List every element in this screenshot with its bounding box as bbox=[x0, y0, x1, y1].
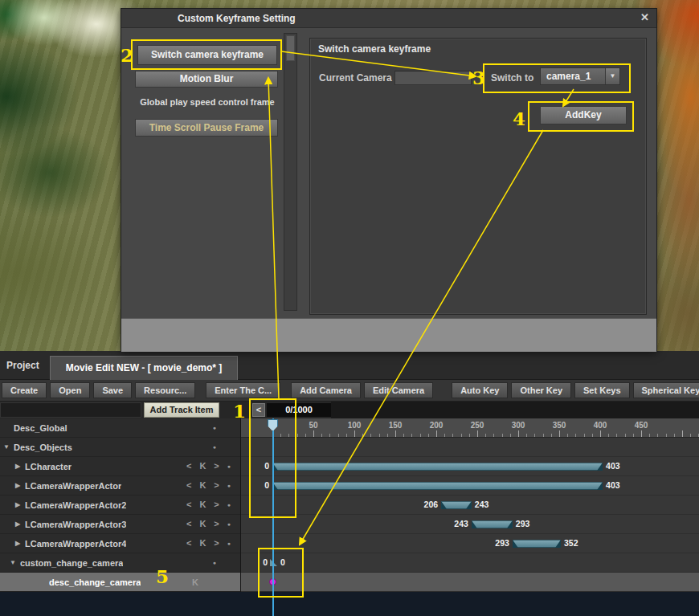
track-row-custom_change_camera[interactable]: ▼custom_change_camera● bbox=[0, 553, 240, 573]
switch-camera-keyframe-button[interactable]: Switch camera keyframe bbox=[137, 45, 277, 65]
ruler-tick bbox=[395, 430, 396, 437]
track-dot: ● bbox=[227, 500, 231, 511]
auto-key-button[interactable]: Auto Key bbox=[452, 382, 508, 398]
track-row-Desc_Global[interactable]: Desc_Global● bbox=[0, 418, 240, 438]
timeline-ruler[interactable]: 50100150200250300350400450 bbox=[241, 418, 699, 438]
track-filter-input[interactable] bbox=[0, 402, 141, 418]
timeline-lane-LCameraWrapperActor4[interactable]: 293352 bbox=[241, 534, 699, 553]
key-button[interactable]: K bbox=[199, 519, 206, 530]
resource-button[interactable]: Resourc... bbox=[135, 382, 195, 398]
current-camera-input[interactable] bbox=[394, 71, 472, 85]
next-key-button[interactable]: > bbox=[214, 480, 219, 492]
tab-movie-edit[interactable]: Movie Edit NEW - [ movie_demo* ] bbox=[50, 356, 238, 380]
tab-project[interactable]: Project bbox=[6, 360, 39, 371]
camera-select-dropdown[interactable]: camera_1 ▼ bbox=[540, 67, 620, 85]
collapse-icon[interactable]: ▼ bbox=[8, 559, 18, 566]
ruler-tick bbox=[575, 434, 576, 437]
next-key-button[interactable]: > bbox=[214, 538, 219, 549]
expand-icon[interactable]: ▶ bbox=[13, 520, 22, 528]
timeline-lane-custom_change_camera[interactable]: 00 bbox=[241, 553, 699, 573]
scrollbar-thumb[interactable] bbox=[286, 35, 295, 61]
timeline-area[interactable]: 50100150200250300350400450 0403040320624… bbox=[241, 418, 699, 592]
ruler-tick bbox=[452, 434, 453, 437]
clip-bar[interactable] bbox=[272, 463, 603, 471]
ruler-tick bbox=[477, 430, 478, 437]
add-camera-button[interactable]: Add Camera bbox=[291, 382, 361, 398]
track-row-LCharacter[interactable]: ▶LCharacter<K>● bbox=[0, 457, 240, 476]
prev-key-button[interactable]: < bbox=[186, 538, 191, 549]
timeline-lane-LCameraWrapperActor3[interactable]: 243293 bbox=[241, 515, 699, 534]
key-button[interactable]: K bbox=[199, 538, 206, 549]
next-key-button[interactable]: > bbox=[214, 500, 219, 511]
track-row-LCameraWrapperActor2[interactable]: ▶LCameraWrapperActor2<K>● bbox=[0, 496, 240, 515]
add-track-item-button[interactable]: Add Track Item bbox=[144, 402, 219, 418]
track-row-desc_change_camera[interactable]: desc_change_cameraK bbox=[0, 573, 240, 592]
expand-icon[interactable]: ▶ bbox=[13, 501, 22, 508]
track-controls: <K>● bbox=[186, 461, 231, 472]
track-controls: K bbox=[192, 577, 198, 587]
addkey-button[interactable]: AddKey bbox=[540, 106, 627, 124]
spherical-key-button[interactable]: Spherical Key Q bbox=[633, 382, 699, 398]
tab-bar: Project Movie Edit NEW - [ movie_demo* ] bbox=[0, 351, 699, 380]
close-icon[interactable]: ✕ bbox=[638, 11, 652, 25]
global-play-speed-label: Global play speed control frame bbox=[125, 97, 290, 107]
clip-bar[interactable] bbox=[441, 501, 472, 509]
track-controls: <K>● bbox=[186, 538, 231, 549]
track-row-LCameraWrapperActor[interactable]: ▶LCameraWrapperActor<K>● bbox=[0, 476, 240, 496]
track-controls: ● bbox=[213, 422, 216, 434]
track-row-Desc_Objects[interactable]: ▼Desc_Objects● bbox=[0, 438, 240, 457]
clip-bar[interactable] bbox=[513, 540, 561, 548]
open-button[interactable]: Open bbox=[50, 382, 90, 398]
clip-bar[interactable] bbox=[272, 482, 603, 490]
ruler-tick bbox=[403, 434, 404, 437]
next-key-button[interactable]: > bbox=[214, 461, 219, 472]
ruler-tick bbox=[338, 434, 339, 437]
timeline-lane-desc_change_camera[interactable] bbox=[241, 573, 699, 592]
track-row-LCameraWrapperActor3[interactable]: ▶LCameraWrapperActor3<K>● bbox=[0, 515, 240, 534]
expand-icon[interactable]: ▶ bbox=[13, 482, 22, 489]
frame-counter[interactable]: 0/1000 bbox=[267, 403, 331, 417]
prev-key-button[interactable]: < bbox=[186, 480, 191, 492]
track-controls: <K>● bbox=[186, 519, 231, 530]
prev-key-button[interactable]: < bbox=[186, 461, 191, 472]
key-button[interactable]: K bbox=[199, 480, 206, 492]
timeline-lane-LCameraWrapperActor[interactable]: 0403 bbox=[241, 476, 699, 496]
timeline-lane-Desc_Objects[interactable] bbox=[241, 438, 699, 457]
ruler-tick bbox=[625, 434, 626, 437]
expand-icon[interactable]: ▶ bbox=[13, 463, 22, 470]
prev-key-button[interactable]: < bbox=[186, 519, 191, 530]
dialog-title-bar[interactable]: Custom Keyframe Setting ✕ bbox=[121, 9, 656, 28]
dialog-footer bbox=[121, 318, 656, 352]
clip-end-label: 403 bbox=[606, 461, 620, 471]
ruler-tick bbox=[329, 434, 330, 437]
set-keys-button[interactable]: Set Keys bbox=[574, 382, 629, 398]
motion-blur-button[interactable]: Motion Blur bbox=[135, 71, 278, 88]
next-key-button[interactable]: > bbox=[214, 519, 219, 530]
collapse-icon[interactable]: ▼ bbox=[2, 443, 11, 451]
prev-frame-button[interactable]: < bbox=[252, 403, 265, 417]
key-button[interactable]: K bbox=[199, 500, 206, 511]
create-button[interactable]: Create bbox=[2, 382, 47, 398]
track-header-row: Add Track Item < 0/1000 bbox=[0, 402, 699, 418]
timeline-lane-LCharacter[interactable]: 0403 bbox=[241, 457, 699, 476]
clip-bar[interactable] bbox=[472, 520, 513, 528]
clip-end-label: 243 bbox=[475, 500, 489, 509]
key-button[interactable]: K bbox=[199, 461, 206, 472]
save-button[interactable]: Save bbox=[93, 382, 132, 398]
dialog-scrollbar[interactable] bbox=[284, 33, 297, 311]
other-key-button[interactable]: Other Key bbox=[511, 382, 571, 398]
ruler-tick bbox=[641, 430, 642, 437]
timeline-lane-LCameraWrapperActor2[interactable]: 206243 bbox=[241, 496, 699, 515]
ruler-tick bbox=[682, 430, 683, 437]
expand-icon[interactable]: ▶ bbox=[13, 540, 22, 547]
edit-camera-button[interactable]: Edit Camera bbox=[364, 382, 433, 398]
ruler-number: 350 bbox=[553, 421, 566, 430]
timeline-header-spacer bbox=[331, 402, 699, 418]
key-button[interactable]: K bbox=[192, 577, 198, 587]
track-label: desc_change_camera bbox=[49, 577, 141, 587]
enter-the-c-button[interactable]: Enter The C... bbox=[206, 382, 280, 398]
prev-key-button[interactable]: < bbox=[186, 500, 191, 511]
track-row-LCameraWrapperActor4[interactable]: ▶LCameraWrapperActor4<K>● bbox=[0, 534, 240, 553]
chevron-down-icon[interactable]: ▼ bbox=[605, 68, 619, 84]
time-scroll-pause-frame-button[interactable]: Time Scroll Pause Frame bbox=[135, 119, 278, 137]
